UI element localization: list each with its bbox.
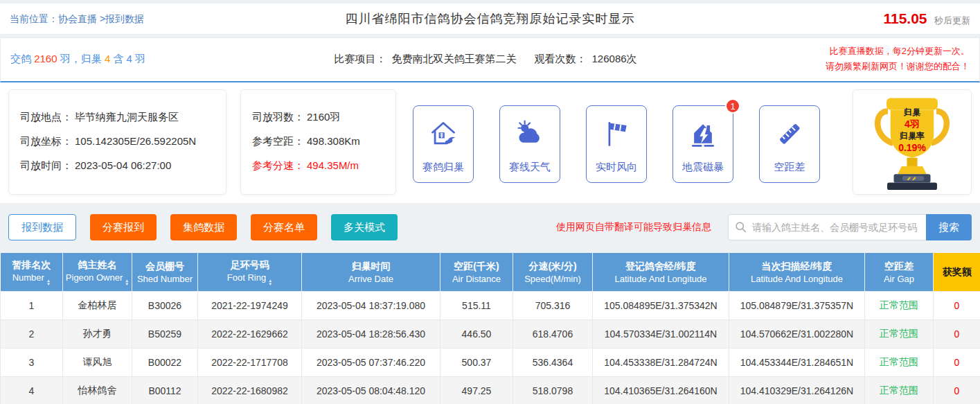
sort-icon[interactable]: ▲▼ <box>46 279 51 286</box>
cell-owner: 怡林鸽舍 <box>63 377 132 404</box>
ruler-icon <box>774 118 805 152</box>
pigeon-stats: 交鸽 2160 羽，归巢 4 含 4 羽 <box>10 53 145 66</box>
trophy-rate-label: 归巢率 <box>853 130 971 142</box>
cell-air-gap: 正常范围 <box>865 320 934 349</box>
release-time-value: 2023-05-04 06:27:00 <box>75 159 171 171</box>
cell-speed: 705.316 <box>513 292 593 320</box>
col-speed: 分速(米/分)Speed(M/min) <box>513 253 593 292</box>
cell-shed: B50259 <box>132 320 198 349</box>
ref-speed-label: 参考分速： <box>252 159 304 171</box>
cell-scanned-coord: 105.084879E/31.375357N <box>729 292 865 320</box>
live-wind-button[interactable]: 实时风向 <box>586 105 647 183</box>
tab-report-data[interactable]: 报到数据 <box>8 214 76 240</box>
tool-buttons: 赛鸽归巢 赛线天气 <box>413 89 820 195</box>
release-location-label: 司放地点： <box>20 111 72 123</box>
col-ring[interactable]: 足环号码Foot Ring▲▼ <box>198 253 302 292</box>
air-gap-button[interactable]: 空距差 <box>759 105 820 183</box>
col-prize: 获奖额 <box>934 253 980 292</box>
refresh-countdown-label: 秒后更新 <box>934 15 970 26</box>
cell-speed: 536.4364 <box>513 349 593 377</box>
tool-label: 赛鸽归巢 <box>422 161 464 174</box>
home-bird-icon <box>428 118 458 152</box>
table-header-row: 暂排名次Number▲▼ 鸽主姓名Pigeon Owner▲▼ 会员棚号Shed… <box>1 253 980 292</box>
quake-house-icon <box>688 118 718 152</box>
cell-arrive: 2023-05-04 18:28:56.430 <box>302 320 440 349</box>
col-arrive: 归巢时间Arrive Date <box>302 253 440 292</box>
col-owner[interactable]: 鸽主姓名Pigeon Owner▲▼ <box>63 253 132 292</box>
col-shed: 会员棚号Shed Number <box>132 253 198 292</box>
cell-shed: B00022 <box>132 349 198 377</box>
table-row[interactable]: 3 谭风旭 B00022 2022-22-1717708 2023-05-05 … <box>1 349 980 377</box>
cell-rank: 4 <box>1 377 63 404</box>
cell-prize: 0 <box>934 377 980 404</box>
info-section: 司放地点：毕节纳雍九洞天服务区 司放坐标：105.142305E/26.5922… <box>0 82 980 203</box>
col-distance: 空距(千米)Air Distance <box>440 253 513 292</box>
trophy-returned-value: 4羽 <box>853 118 971 130</box>
sort-icon[interactable]: ▲▼ <box>268 279 272 286</box>
sort-icon[interactable]: ▲▼ <box>125 279 129 286</box>
tab-sub-race-roster[interactable]: 分赛名单 <box>251 214 317 240</box>
cell-registered-coord: 104.410365E/31.264160N <box>593 377 729 404</box>
sun-cloud-icon <box>515 118 545 152</box>
col-scanned-coord: 当次扫描经/纬度Latitude And Longitude <box>729 253 865 292</box>
ref-distance-value: 498.308Km <box>307 135 360 147</box>
cell-rank: 2 <box>1 320 63 349</box>
search-button[interactable]: 搜索 <box>926 214 972 240</box>
tool-label: 赛线天气 <box>509 161 551 174</box>
cell-prize: 0 <box>934 292 980 320</box>
cell-speed: 618.4706 <box>513 320 593 349</box>
tool-label: 地震磁暴 <box>682 161 724 174</box>
release-location-value: 毕节纳雍九洞天服务区 <box>75 111 179 123</box>
trophy-card: 归巢 4羽 归巢率 0.19% <box>853 89 972 195</box>
cell-shed: B00112 <box>132 377 198 404</box>
cell-ring: 2022-22-1717708 <box>198 349 302 377</box>
cell-registered-coord: 104.453338E/31.284724N <box>593 349 729 377</box>
release-coord-label: 司放坐标： <box>20 135 72 147</box>
cell-distance: 497.25 <box>440 377 513 404</box>
windsock-icon <box>601 118 632 152</box>
tab-multi-stage-mode[interactable]: 多关模式 <box>331 214 398 240</box>
ref-speed-value: 494.35M/m <box>307 159 359 171</box>
cell-rank: 1 <box>1 292 63 320</box>
search-input[interactable] <box>728 214 926 240</box>
cell-arrive: 2023-05-05 07:37:46.220 <box>302 349 440 377</box>
page-title: 四川省绵阳市信鸽协会信鸽竞翔原始记录实时显示 <box>346 10 635 27</box>
cell-ring: 2022-22-1629662 <box>198 320 302 349</box>
race-info: 比赛项目：免费南北双关鸽王赛第二关观看次数：126086次 <box>145 53 826 66</box>
tab-collect-data[interactable]: 集鸽数据 <box>170 214 237 240</box>
table-row[interactable]: 1 金柏林居 B30026 2021-22-1974249 2023-05-04… <box>1 292 980 320</box>
quake-storm-button[interactable]: 1 地震磁暴 <box>672 105 733 183</box>
stats-label2: 羽，归巢 <box>57 53 105 64</box>
translate-warning: 使用网页自带翻译可能导致归巢信息 <box>556 221 721 234</box>
release-count-label: 司放羽数： <box>252 111 304 123</box>
refresh-notice: 比赛直播数据，每2分钟更新一次。 请勿频繁刷新网页！谢谢您的配合！ <box>826 44 970 74</box>
stats-included: 4 <box>127 53 132 64</box>
results-table: 暂排名次Number▲▼ 鸽主姓名Pigeon Owner▲▼ 会员棚号Shed… <box>0 253 980 404</box>
views-value: 126086次 <box>592 53 637 64</box>
race-label: 比赛项目： <box>335 53 386 64</box>
cell-air-gap: 正常范围 <box>865 349 934 377</box>
notification-badge: 1 <box>725 98 740 114</box>
stats-label3: 含 <box>110 53 126 64</box>
table-row[interactable]: 2 孙才勇 B50259 2022-22-1629662 2023-05-04 … <box>1 320 980 349</box>
cell-scanned-coord: 104.570662E/31.002280N <box>729 320 865 349</box>
search-group: 搜索 <box>728 214 972 240</box>
cell-shed: B30026 <box>132 292 198 320</box>
cell-owner: 谭风旭 <box>63 349 132 377</box>
release-count-value: 2160羽 <box>307 111 340 123</box>
status-bar: 交鸽 2160 羽，归巢 4 含 4 羽 比赛项目：免费南北双关鸽王赛第二关观看… <box>0 37 980 82</box>
ref-distance-label: 参考空距： <box>252 135 304 147</box>
tab-sub-race-report[interactable]: 分赛报到 <box>90 214 157 240</box>
pigeon-return-button[interactable]: 赛鸽归巢 <box>413 105 474 183</box>
route-weather-button[interactable]: 赛线天气 <box>499 105 560 183</box>
col-registered-coord: 登记鸽舍经/纬度Latitude And Longitude <box>593 253 729 292</box>
col-rank[interactable]: 暂排名次Number▲▼ <box>1 253 63 292</box>
cell-air-gap: 正常范围 <box>865 377 934 404</box>
stats-label4: 羽 <box>132 53 145 64</box>
cell-speed: 518.0798 <box>513 377 593 404</box>
top-bar: 当前位置：协会直播 >报到数据 四川省绵阳市信鸽协会信鸽竞翔原始记录实时显示 1… <box>0 3 980 34</box>
breadcrumb[interactable]: 当前位置：协会直播 >报到数据 <box>10 13 144 24</box>
cell-air-gap: 正常范围 <box>865 292 934 320</box>
trophy-returned-label: 归巢 <box>853 107 971 118</box>
table-row[interactable]: 4 怡林鸽舍 B00112 2022-22-1680982 2023-05-05… <box>1 377 980 404</box>
